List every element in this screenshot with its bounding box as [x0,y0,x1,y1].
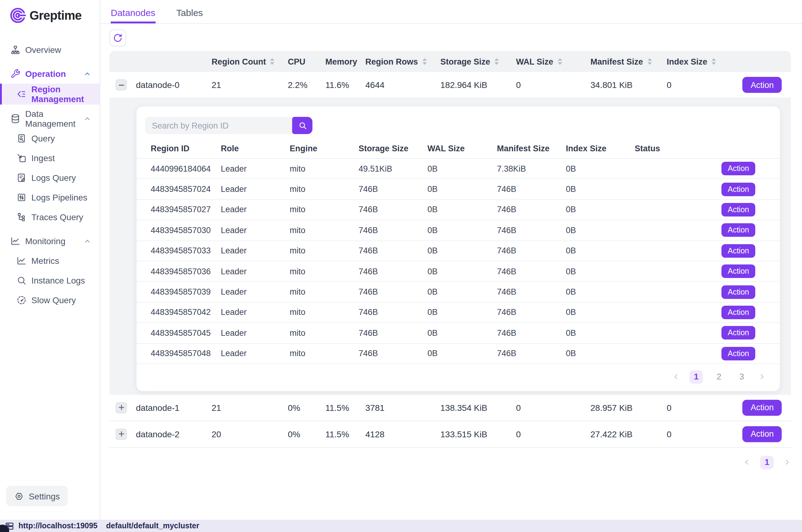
index-size-value: 0B [566,349,635,358]
index-size-value: 0B [566,226,635,235]
engine-value: mito [290,287,359,297]
action-button[interactable]: Action [743,400,782,416]
chevron-up-icon [84,238,91,245]
sidebar-item-overview[interactable]: Overview [0,40,100,60]
sidebar-group-data-management[interactable]: Data Management [0,109,100,129]
server-url[interactable]: http://localhost:19095 [18,521,97,530]
col-region-rows: Region Rows [365,57,418,66]
refresh-icon [113,33,122,42]
manifest-size-value: 746B [497,287,566,297]
col-wal-size: WAL Size [427,144,497,153]
region-table-row: 4483945857030 Leader mito 746B 0B 746B 0… [136,220,780,241]
engine-value: mito [290,308,359,317]
sidebar-item-traces-query[interactable]: Traces Query [0,207,100,227]
region-count-value: 20 [212,429,288,439]
region-id-value: 4483945857036 [151,267,221,276]
chevron-up-icon [84,115,91,122]
sidebar-item-label: Metrics [31,256,59,266]
sort-icon[interactable] [270,57,275,66]
sidebar-item-slow-query[interactable]: Slow Query [0,290,100,310]
next-page-icon[interactable] [783,458,791,467]
sidebar-item-logs-query[interactable]: Logs Query [0,168,100,188]
prev-page-icon[interactable] [743,458,751,467]
action-button[interactable]: Action [722,162,756,175]
sort-icon[interactable] [422,57,427,66]
region-id-value: 4483945857045 [151,328,221,338]
action-button[interactable]: Action [722,346,756,360]
action-button[interactable]: Action [722,264,756,278]
prev-page-icon[interactable] [672,373,680,381]
next-page-icon[interactable] [758,373,766,381]
settings-icon [14,491,24,501]
wal-size-value: 0B [427,226,497,235]
action-button[interactable]: Action [722,182,756,196]
sidebar-item-metrics[interactable]: Metrics [0,251,100,271]
manifest-size-value: 746B [497,246,566,255]
action-button[interactable]: Action [722,224,756,237]
manifest-size-value: 746B [497,185,566,194]
page-button[interactable]: 1 [760,456,774,469]
role-value: Leader [221,328,290,338]
tab-tables[interactable]: Tables [176,0,203,23]
manifest-size-value: 34.801 KiB [590,80,667,90]
datanodes-pagination: 1 [110,456,791,469]
sidebar-item-query[interactable]: Query [0,129,100,148]
col-manifest-size: Manifest Size [590,57,643,66]
region-search-input[interactable] [145,117,292,134]
action-button[interactable]: Action [743,77,782,93]
sort-icon[interactable] [711,57,717,66]
sidebar-group-label: Data Management [25,109,79,129]
action-button[interactable]: Action [722,244,756,258]
sidebar-item-region-management[interactable]: Region Management [0,84,100,104]
collapse-row-button[interactable] [116,79,127,90]
storage-size-value: 746B [359,349,427,358]
engine-value: mito [290,267,359,276]
region-table-row: 4483945857024 Leader mito 746B 0B 746B 0… [136,179,780,200]
sidebar-item-ingest[interactable]: Ingest [0,148,100,168]
col-cpu: CPU [288,57,305,66]
page-button[interactable]: 2 [712,370,726,384]
region-rows-value: 4644 [365,80,440,90]
action-button[interactable]: Action [743,426,782,442]
sidebar-item-label: Slow Query [31,295,76,305]
refresh-button[interactable] [110,30,126,46]
manifest-size-value: 27.422 KiB [590,429,667,439]
cluster-name[interactable]: default/default_mycluster [106,521,199,530]
wal-size-value: 0 [516,403,590,413]
page-button[interactable]: 1 [689,370,703,384]
action-button[interactable]: Action [722,306,756,319]
action-button[interactable]: Action [722,326,756,340]
index-size-value: 0B [566,205,635,214]
region-panel: Region ID Role Engine Storage Size WAL S… [110,98,791,395]
action-button[interactable]: Action [722,203,756,216]
wrench-icon [11,69,20,79]
sidebar-item-instance-logs[interactable]: Instance Logs [0,271,100,290]
role-value: Leader [221,287,290,297]
table-row-datanode-1: datanode-1 21 0% 11.5% 3781 138.354 KiB … [110,395,791,421]
region-table-row: 4440996184064 Leader mito 49.51KiB 0B 7.… [136,159,780,179]
settings-button[interactable]: Settings [6,486,68,506]
tab-datanodes[interactable]: Datanodes [111,0,155,23]
page-button[interactable]: 3 [735,370,748,384]
sort-icon[interactable] [494,57,499,66]
action-button[interactable]: Action [722,285,756,299]
index-size-value: 0B [566,328,635,338]
region-id-value: 4483945857033 [151,246,221,255]
region-id-value: 4440996184064 [151,164,221,173]
expand-row-button[interactable] [116,429,127,440]
sidebar-item-logs-pipelines[interactable]: Logs Pipelines [0,188,100,207]
chart-line-icon [11,236,20,246]
expand-row-button[interactable] [116,402,127,413]
sort-icon[interactable] [647,57,652,66]
sort-icon[interactable] [557,57,562,66]
datanodes-table-header: Region Count CPU Memory Region Rows Stor… [110,51,791,72]
region-table-row: 4483945857033 Leader mito 746B 0B 746B 0… [136,241,780,261]
search-button[interactable] [292,117,312,134]
sidebar-group-operation[interactable]: Operation [0,64,100,84]
sidebar-item-label: Instance Logs [31,276,85,285]
col-index-size: Index Size [667,57,707,66]
sidebar-group-monitoring[interactable]: Monitoring [0,231,100,251]
storage-size-value: 49.51KiB [359,164,427,173]
storage-size-value: 182.964 KiB [440,80,516,90]
region-rows-value: 3781 [365,403,440,413]
